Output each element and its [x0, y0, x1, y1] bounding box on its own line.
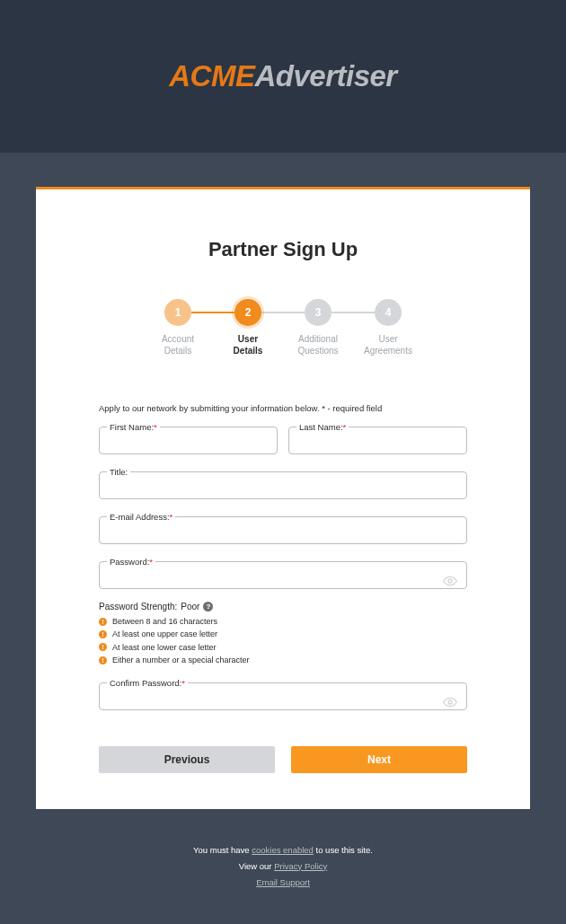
- step-3-circle: 3: [305, 299, 332, 326]
- step-2[interactable]: 2 UserDetails: [213, 299, 283, 356]
- email-input[interactable]: [109, 522, 457, 543]
- first-name-input[interactable]: [109, 432, 268, 453]
- row-confirm-password: Confirm Password:*: [99, 678, 467, 710]
- logo-part2: Advertiser: [254, 59, 396, 92]
- instruction-text: Apply to our network by submitting your …: [99, 403, 467, 413]
- step-line-1: [191, 312, 234, 313]
- row-email: E-mail Address:*: [99, 512, 467, 544]
- page-title: Partner Sign Up: [99, 238, 467, 261]
- privacy-notice: View our Privacy Policy: [36, 861, 530, 871]
- stepper: 1 AccountDetails 2 UserDetails 3 Additio…: [99, 299, 467, 356]
- row-title: Title:: [99, 467, 467, 499]
- step-4-circle: 4: [375, 299, 402, 326]
- email-support[interactable]: Email Support: [256, 877, 310, 887]
- alert-icon: !: [99, 643, 107, 651]
- step-2-circle: 2: [234, 299, 261, 326]
- step-1[interactable]: 1 AccountDetails: [143, 299, 213, 356]
- signup-card: Partner Sign Up 1 AccountDetails 2 UserD…: [36, 187, 530, 809]
- eye-icon[interactable]: [443, 574, 457, 588]
- title-label: Title:: [107, 467, 130, 477]
- row-name: First Name:* Last Name:*: [99, 422, 467, 454]
- password-rule: !At least one lower case letter: [99, 641, 467, 654]
- step-4-label: UserAgreements: [364, 333, 412, 356]
- confirm-password-fieldset: Confirm Password:*: [99, 678, 467, 710]
- password-strength: Password Strength: Poor ?: [99, 602, 467, 612]
- cookies-notice: You must have cookies enabled to use thi…: [36, 845, 530, 855]
- email-label: E-mail Address:*: [107, 512, 175, 522]
- step-4: 4 UserAgreements: [353, 299, 423, 356]
- password-rule: !At least one upper case letter: [99, 628, 467, 640]
- password-rule: !Between 8 and 16 characters: [99, 615, 467, 628]
- password-rule: !Either a number or a special character: [99, 654, 467, 666]
- step-3-label: AdditionalQuestions: [297, 333, 338, 356]
- step-1-label: AccountDetails: [162, 333, 194, 356]
- password-strength-value: Poor: [181, 602, 199, 612]
- alert-icon: !: [99, 618, 107, 626]
- eye-icon[interactable]: [443, 695, 457, 709]
- privacy-link[interactable]: Privacy Policy: [274, 861, 327, 871]
- last-name-input[interactable]: [298, 432, 457, 453]
- password-strength-label: Password Strength:: [99, 602, 177, 612]
- help-icon[interactable]: ?: [203, 602, 213, 612]
- svg-point-1: [448, 700, 452, 704]
- step-line-2: [261, 312, 305, 313]
- step-3: 3 AdditionalQuestions: [283, 299, 353, 356]
- email-support-link: Email Support: [36, 877, 530, 887]
- logo-part1: ACME: [169, 59, 254, 92]
- alert-icon: !: [99, 630, 107, 638]
- step-line-3: [332, 312, 375, 313]
- alert-icon: !: [99, 656, 107, 664]
- previous-button[interactable]: Previous: [99, 746, 275, 773]
- confirm-password-label: Confirm Password:*: [107, 678, 188, 688]
- last-name-label: Last Name:*: [296, 422, 349, 432]
- footer: You must have cookies enabled to use thi…: [36, 809, 530, 911]
- row-password: Password:*: [99, 557, 467, 589]
- first-name-fieldset: First Name:*: [99, 422, 278, 454]
- confirm-password-input[interactable]: [109, 688, 457, 709]
- first-name-label: First Name:*: [107, 422, 160, 432]
- password-fieldset: Password:*: [99, 557, 467, 589]
- password-label: Password:*: [107, 557, 155, 567]
- logo: ACMEAdvertiser: [169, 59, 396, 93]
- password-input[interactable]: [109, 567, 457, 588]
- title-fieldset: Title:: [99, 467, 467, 499]
- next-button[interactable]: Next: [291, 746, 467, 773]
- email-fieldset: E-mail Address:*: [99, 512, 467, 544]
- page-header: ACMEAdvertiser: [0, 0, 566, 153]
- step-1-circle: 1: [164, 299, 191, 326]
- cookies-link[interactable]: cookies enabled: [252, 845, 314, 855]
- title-input[interactable]: [109, 477, 457, 498]
- svg-point-0: [448, 579, 452, 583]
- password-rules: !Between 8 and 16 characters !At least o…: [99, 615, 467, 667]
- step-2-label: UserDetails: [234, 333, 263, 356]
- button-row: Previous Next: [99, 746, 467, 773]
- last-name-fieldset: Last Name:*: [288, 422, 467, 454]
- main-wrap: Partner Sign Up 1 AccountDetails 2 UserD…: [0, 153, 566, 924]
